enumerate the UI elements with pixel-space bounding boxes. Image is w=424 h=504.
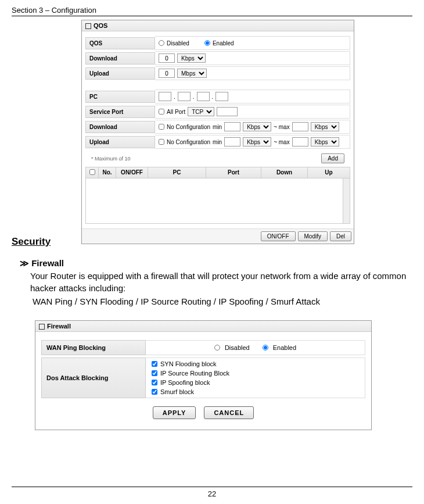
pc-ip1[interactable] [159, 92, 171, 101]
pc-ip4[interactable] [215, 92, 228, 101]
ul-noconfig-check[interactable] [159, 139, 164, 145]
service-port-label: Service Port [85, 106, 155, 118]
dl-min-text: min [213, 124, 222, 130]
wan-disabled-text: Disabled [225, 344, 250, 351]
syn-text: SYN Flooding block [160, 360, 217, 367]
syn-check[interactable] [152, 361, 157, 367]
dl-noconfig-text: No Configuration [167, 124, 210, 130]
add-button[interactable]: Add [321, 153, 344, 163]
qos-table-header: No. ON/OFF PC Port Down Up [85, 167, 350, 178]
col-onoff: ON/OFF [116, 167, 148, 178]
ul-noconfig-text: No Configuration [167, 139, 210, 145]
wan-ping-label: WAN Ping Blocking [41, 340, 146, 355]
pc-label: PC [85, 91, 155, 103]
ul-min-text: min [213, 139, 222, 145]
dl-max-text: ~ max [274, 124, 290, 130]
firewall-text2: WAN Ping / SYN Flooding / IP Source Rout… [33, 295, 409, 308]
proto-select[interactable]: TCP [188, 107, 214, 116]
dos-label: Dos Attack Blocking [41, 358, 146, 398]
ul-min-unit[interactable]: Kbps [243, 137, 271, 146]
qos-enabled-radio[interactable] [204, 40, 210, 46]
col-pc: PC [148, 167, 206, 178]
ul-max-input[interactable] [292, 137, 308, 146]
port-input[interactable] [217, 107, 238, 116]
qos-disabled-text: Disabled [167, 40, 189, 47]
upload-unit[interactable]: Mbps [177, 69, 207, 78]
dl-max-unit[interactable]: Kbps [311, 122, 339, 131]
qos-label: QOS [85, 37, 155, 49]
footer-rule [12, 487, 412, 487]
firewall-heading: ≫ Firewall [20, 258, 412, 269]
ul-max-unit[interactable]: Kbps [311, 137, 339, 146]
qos-title: QOS [82, 20, 354, 31]
dl-noconfig-check[interactable] [159, 124, 164, 130]
dl-min-input[interactable] [224, 122, 240, 131]
modify-button[interactable]: Modify [298, 231, 328, 241]
qos-enabled-text: Enabled [213, 40, 234, 47]
download-unit[interactable]: Kbps [177, 53, 206, 63]
page-header: Section 3 – Configuration [12, 6, 412, 15]
header-rule [12, 16, 412, 16]
download-input[interactable] [159, 53, 175, 63]
upload-input[interactable] [159, 69, 175, 78]
qos-panel: QOS QOS Disabled Enabled Download Kbps U… [81, 20, 354, 244]
iproute-text: IP Source Routing Block [160, 370, 229, 377]
allport-text: All Port [167, 109, 185, 115]
pc-ip3[interactable] [197, 92, 210, 101]
allport-check[interactable] [159, 109, 164, 115]
firewall-panel: Firewall WAN Ping Blocking Disabled Enab… [35, 320, 372, 430]
upload-label: Upload [85, 67, 155, 80]
smurf-text: Smurf block [160, 388, 194, 395]
col-port: Port [206, 167, 261, 178]
ipspoof-text: IP Spoofing block [160, 379, 210, 386]
security-heading: Security [12, 236, 412, 248]
ul-max-text: ~ max [274, 139, 290, 145]
onoff-button[interactable]: ON/OFF [261, 231, 296, 241]
dl-max-input[interactable] [292, 122, 308, 131]
upload2-label: Upload [85, 136, 155, 148]
cancel-button[interactable]: CANCEL [204, 406, 254, 419]
page-footer: 22 [12, 487, 412, 498]
ul-min-input[interactable] [224, 137, 240, 146]
col-no: No. [99, 167, 116, 178]
apply-button[interactable]: APPLY [153, 406, 196, 419]
page-number: 22 [208, 489, 216, 498]
dl-min-unit[interactable]: Kbps [243, 122, 271, 131]
qos-disabled-radio[interactable] [159, 40, 164, 46]
wan-enabled-text: Enabled [273, 344, 296, 351]
del-button[interactable]: Del [330, 231, 351, 241]
maxof-text: * Maximum of 10 [91, 156, 131, 162]
iproute-check[interactable] [152, 370, 157, 376]
download2-label: Download [85, 121, 155, 133]
wan-enabled-radio[interactable] [263, 345, 268, 351]
firewall-title: Firewall [35, 321, 371, 332]
wan-disabled-radio[interactable] [214, 345, 220, 351]
selectall-check[interactable] [89, 169, 95, 175]
download-label: Download [85, 52, 155, 65]
firewall-text1: Your Router is equipped with a firewall … [30, 270, 409, 294]
qos-list-body [85, 178, 350, 224]
smurf-check[interactable] [152, 389, 157, 395]
ipspoof-check[interactable] [152, 380, 157, 385]
qos-scrollbar[interactable] [343, 178, 350, 223]
pc-ip2[interactable] [178, 92, 191, 101]
col-up: Up [308, 167, 350, 178]
col-down: Down [261, 167, 308, 178]
